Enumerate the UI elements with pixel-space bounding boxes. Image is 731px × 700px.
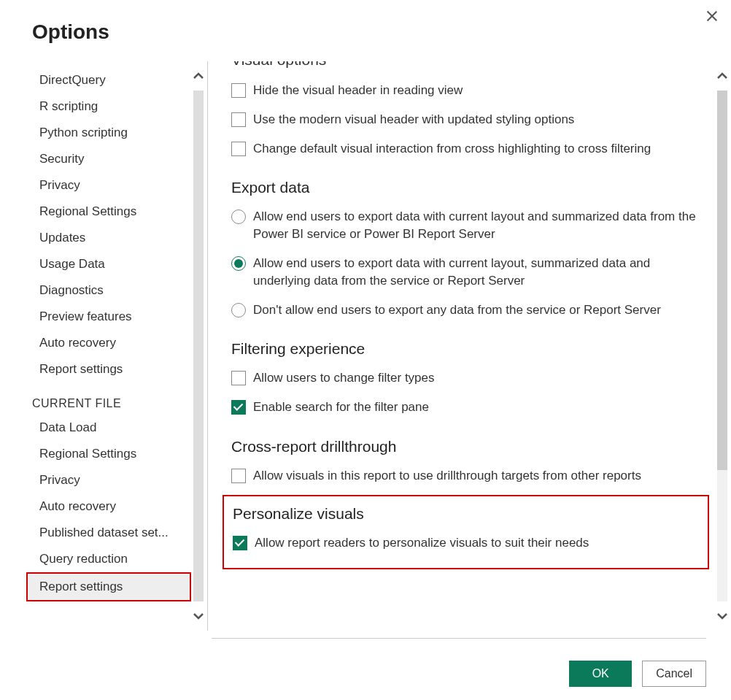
content-area: Visual options Hide the visual header in…: [217, 61, 731, 631]
sidebar-scroll-track[interactable]: [193, 91, 204, 601]
checkbox-label: Allow visuals in this report to use dril…: [253, 467, 706, 485]
sidebar-item-python-scripting[interactable]: Python scripting: [28, 120, 190, 146]
checkbox-filter-search[interactable]: [231, 400, 246, 415]
sidebar-list: DirectQuery R scripting Python scripting…: [28, 61, 190, 631]
sidebar-item-r-scripting[interactable]: R scripting: [28, 93, 190, 120]
radio-row-export-underlying[interactable]: Allow end users to export data with curr…: [231, 249, 706, 296]
sidebar-item-diagnostics[interactable]: Diagnostics: [28, 277, 190, 304]
radio-export-none[interactable]: [231, 303, 246, 318]
radio-export-summarized[interactable]: [231, 209, 246, 224]
checkbox-label: Change default visual interaction from c…: [253, 140, 706, 158]
sidebar-item-updates[interactable]: Updates: [28, 225, 190, 251]
sidebar-item-query-reduction[interactable]: Query reduction: [28, 546, 190, 572]
sidebar-section-current-file: CURRENT FILE: [28, 382, 190, 415]
sidebar-item-data-load[interactable]: Data Load: [28, 415, 190, 441]
ok-button[interactable]: OK: [569, 661, 632, 687]
vertical-divider: [207, 61, 208, 631]
chevron-up-icon[interactable]: [713, 61, 731, 91]
footer-divider: [212, 638, 706, 639]
checkbox-personalize-visuals[interactable]: [233, 536, 247, 550]
sidebar: DirectQuery R scripting Python scripting…: [28, 61, 207, 631]
checkbox-cross-filter[interactable]: [231, 142, 246, 156]
content-scroll-thumb[interactable]: [717, 91, 727, 470]
sidebar-item-published-dataset[interactable]: Published dataset set...: [28, 520, 190, 546]
section-heading-personalize: Personalize visuals: [233, 505, 699, 523]
checkbox-label: Allow report readers to personalize visu…: [255, 534, 699, 552]
checkbox-row-change-filter-types[interactable]: Allow users to change filter types: [231, 364, 706, 393]
sidebar-item-preview-features[interactable]: Preview features: [28, 304, 190, 330]
checkbox-change-filter-types[interactable]: [231, 371, 246, 385]
sidebar-item-auto-recovery[interactable]: Auto recovery: [28, 330, 190, 356]
sidebar-item-regional-settings[interactable]: Regional Settings: [28, 199, 190, 225]
chevron-down-icon[interactable]: [713, 601, 731, 631]
content-scrollbar[interactable]: [713, 61, 731, 631]
cancel-button[interactable]: Cancel: [642, 661, 706, 687]
radio-label: Don't allow end users to export any data…: [253, 301, 706, 319]
checkbox-row-filter-search[interactable]: Enable search for the filter pane: [231, 393, 706, 422]
sidebar-item-privacy[interactable]: Privacy: [28, 172, 190, 199]
sidebar-item-regional-settings-file[interactable]: Regional Settings: [28, 441, 190, 467]
highlight-personalize-visuals: Personalize visuals Allow report readers…: [223, 495, 709, 569]
sidebar-item-report-settings-global[interactable]: Report settings: [28, 356, 190, 382]
sidebar-item-report-settings-file[interactable]: Report settings: [26, 572, 191, 601]
sidebar-item-security[interactable]: Security: [28, 146, 190, 172]
checkbox-row-cross-report-drill[interactable]: Allow visuals in this report to use dril…: [231, 461, 706, 491]
dialog-footer: OK Cancel: [569, 661, 706, 687]
checkbox-hide-visual-header[interactable]: [231, 83, 246, 98]
dialog-body: DirectQuery R scripting Python scripting…: [0, 61, 731, 631]
sidebar-item-privacy-file[interactable]: Privacy: [28, 467, 190, 493]
section-heading-visual-options: Visual options: [231, 61, 706, 74]
section-heading-cross-report: Cross-report drillthrough: [231, 438, 706, 455]
radio-export-underlying[interactable]: [231, 256, 246, 271]
sidebar-item-auto-recovery-file[interactable]: Auto recovery: [28, 493, 190, 520]
checkbox-modern-header[interactable]: [231, 112, 246, 127]
checkbox-row-hide-visual-header[interactable]: Hide the visual header in reading view: [231, 76, 706, 105]
radio-row-export-summarized[interactable]: Allow end users to export data with curr…: [231, 202, 706, 249]
checkbox-label: Enable search for the filter pane: [253, 399, 706, 416]
chevron-up-icon[interactable]: [190, 61, 207, 91]
checkbox-row-cross-filter[interactable]: Change default visual interaction from c…: [231, 134, 706, 164]
checkbox-label: Hide the visual header in reading view: [253, 82, 706, 99]
checkbox-label: Use the modern visual header with update…: [253, 111, 706, 128]
chevron-down-icon[interactable]: [190, 601, 207, 631]
dialog-title: Options: [0, 0, 731, 44]
radio-label: Allow end users to export data with curr…: [253, 255, 706, 290]
sidebar-item-directquery[interactable]: DirectQuery: [28, 67, 190, 93]
checkbox-cross-report-drill[interactable]: [231, 469, 246, 483]
close-icon[interactable]: [706, 10, 718, 22]
settings-panel: Visual options Hide the visual header in…: [217, 61, 713, 631]
section-heading-filtering: Filtering experience: [231, 340, 706, 358]
sidebar-item-usage-data[interactable]: Usage Data: [28, 251, 190, 277]
radio-label: Allow end users to export data with curr…: [253, 208, 706, 243]
radio-row-export-none[interactable]: Don't allow end users to export any data…: [231, 296, 706, 325]
checkbox-row-personalize-visuals[interactable]: Allow report readers to personalize visu…: [233, 528, 699, 558]
checkbox-row-modern-header[interactable]: Use the modern visual header with update…: [231, 105, 706, 134]
sidebar-scrollbar[interactable]: [190, 61, 207, 631]
section-heading-export-data: Export data: [231, 179, 706, 196]
checkbox-label: Allow users to change filter types: [253, 369, 706, 387]
content-scroll-track[interactable]: [717, 91, 727, 601]
